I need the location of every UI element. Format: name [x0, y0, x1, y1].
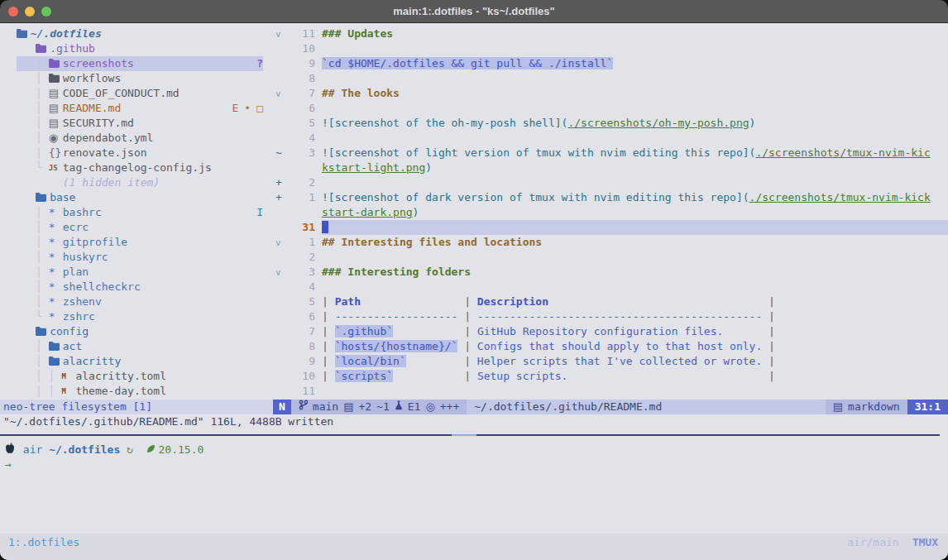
gutter-blank: [273, 56, 289, 71]
tree-item-renovate-json[interactable]: │ {}renovate.json: [0, 146, 273, 160]
fold-marker-icon: >: [273, 26, 289, 41]
tree-item-dependabot-yml[interactable]: │ ◉dependabot.yml: [0, 131, 273, 146]
tree-item-label: tag-changelog-config.js: [63, 160, 212, 175]
tree-item-zshenv[interactable]: │ *zshenv: [0, 294, 273, 309]
prompt-arrow[interactable]: →: [5, 457, 12, 472]
close-button-icon[interactable]: [8, 7, 18, 17]
tree-item-plan[interactable]: │ *plan: [0, 265, 273, 280]
line-content: kstart-light.png): [322, 160, 948, 175]
tree-guide: │: [3, 220, 49, 235]
prompt-hostname-text: air: [23, 443, 42, 457]
titlebar[interactable]: main:1:.dotfiles - "ks~/.dotfiles": [0, 0, 948, 23]
editor-line[interactable]: ~3![screenshot of light version of tmux …: [273, 146, 948, 160]
text-segment: |: [457, 370, 476, 382]
tmux-window-name[interactable]: 1:.dotfiles: [8, 536, 79, 548]
editor-line[interactable]: 10| `scripts` | Setup scripts. |: [273, 369, 948, 384]
editor-line[interactable]: 10: [273, 41, 948, 56]
tree-item-security-md[interactable]: │ ▤SECURITY.md: [0, 116, 273, 131]
line-number: 5: [289, 116, 315, 131]
flask-icon: [395, 400, 403, 414]
gutter-blank: [273, 131, 289, 146]
gutter-blank: [273, 101, 289, 116]
editor-line[interactable]: 8: [273, 71, 948, 86]
tree-item-screenshots[interactable]: │ screenshots?: [0, 56, 273, 71]
editor-line[interactable]: >1## Interesting files and locations: [273, 235, 948, 250]
tree-item-huskyrc[interactable]: │ *huskyrc: [0, 250, 273, 265]
line-number: 10: [289, 41, 315, 56]
tree-item-label: CODE_OF_CONDUCT.md: [63, 86, 180, 101]
line-number: 11: [289, 384, 315, 399]
editor-line[interactable]: kstart-light.png): [273, 160, 948, 175]
line-content: [322, 250, 948, 265]
text-segment: |: [322, 340, 335, 352]
tree-item-readme-md[interactable]: │ ▤README.mdE•□: [0, 101, 273, 116]
editor-line[interactable]: 8| `hosts/{hostname}/` | Configs that sh…: [273, 339, 948, 354]
tree-item-zshrc[interactable]: └ *zshrc: [0, 309, 273, 324]
editor-line[interactable]: 4: [273, 131, 948, 146]
rc-file-icon: *: [49, 220, 63, 235]
gutter-blank: [273, 220, 289, 235]
editor-line[interactable]: 9| `local/bin` | Helper scripts that I'v…: [273, 354, 948, 369]
git-sign: +: [273, 175, 289, 190]
gutter-blank: [273, 71, 289, 86]
editor-line[interactable]: 6: [273, 101, 948, 116]
text-segment: |: [762, 295, 775, 308]
editor-line[interactable]: 4: [273, 280, 948, 294]
editor-line[interactable]: 9`cd $HOME/.dotfiles && git pull && ./in…: [273, 56, 948, 71]
line-content: [322, 101, 948, 116]
editor-line[interactable]: start-dark.png): [273, 205, 948, 220]
line-content: | `scripts` | Setup scripts. |: [322, 369, 948, 384]
js-file-icon: JS: [49, 160, 63, 175]
tree-item-workflows[interactable]: │ workflows: [0, 71, 273, 86]
tree-guide: [3, 26, 17, 41]
editor-line[interactable]: >3### Interesting folders: [273, 265, 948, 280]
line-number: 4: [289, 280, 315, 294]
tmux-pane-divider[interactable]: [0, 434, 940, 436]
tree-item-base[interactable]: base: [0, 190, 273, 205]
line-number: 6: [289, 309, 315, 324]
editor-line[interactable]: 31: [273, 220, 948, 235]
tree-item-ecrc[interactable]: │ *ecrc: [0, 220, 273, 235]
tree-item-config[interactable]: config: [0, 324, 273, 339]
tree-item-tag-changelog-config-js[interactable]: └ JStag-changelog-config.js: [0, 160, 273, 175]
editor-line[interactable]: 2: [273, 250, 948, 265]
text-segment: |: [457, 340, 476, 352]
line-content: | ------------------- | ----------------…: [322, 309, 948, 324]
editor-line[interactable]: +1![screenshot of dark version of tmux w…: [273, 190, 948, 205]
editor-line[interactable]: 7| `.github` | GitHub Repository configu…: [273, 324, 948, 339]
tree-item-theme-day-toml[interactable]: │ │ Mtheme-day.toml: [0, 384, 273, 399]
editor-line[interactable]: >7## The looks: [273, 86, 948, 101]
text-segment: ): [425, 161, 432, 174]
tree-item-label: (1 hidden item): [63, 175, 160, 190]
tree-item-gitprofile[interactable]: │ *gitprofile: [0, 235, 273, 250]
text-segment: |: [322, 370, 335, 382]
tree-item-code-of-conduct-md[interactable]: │ ▤CODE_OF_CONDUCT.md: [0, 86, 273, 101]
tree-item-alacritty[interactable]: │ alacritty: [0, 354, 273, 369]
editor-line[interactable]: >11### Updates: [273, 26, 948, 41]
minimize-button-icon[interactable]: [25, 7, 35, 17]
tree-item-act[interactable]: │ act: [0, 339, 273, 354]
gutter-blank: [273, 205, 289, 220]
tree-item--1-hidden-item-[interactable]: (1 hidden item): [0, 175, 273, 190]
text-segment: [548, 295, 762, 308]
markdown-link: ./screenshots/tmux-nvim-kick: [749, 191, 931, 203]
editor-line[interactable]: 11: [273, 384, 948, 399]
text-segment: ): [749, 117, 756, 129]
maximize-button-icon[interactable]: [41, 7, 51, 17]
tree-item-bashrc[interactable]: │ *bashrcI: [0, 205, 273, 220]
folder-icon: [49, 339, 63, 354]
editor-line[interactable]: +2: [273, 175, 948, 190]
tree-item-alacritty-toml[interactable]: │ │ Malacritty.toml: [0, 369, 273, 384]
editor-buffer: >11### Updates109`cd $HOME/.dotfiles && …: [273, 26, 948, 399]
chevron-down-icon: >: [271, 92, 285, 98]
editor-line[interactable]: 5![screenshot of the oh-my-posh shell](.…: [273, 116, 948, 131]
tree-item-shellcheckrc[interactable]: │ *shellcheckrc: [0, 280, 273, 294]
tree-item-label: gitprofile: [63, 235, 127, 250]
folder-icon: [36, 41, 50, 56]
editor-line[interactable]: 6| ------------------- | ---------------…: [273, 309, 948, 324]
text-segment: -------------------: [335, 310, 458, 323]
editor-line[interactable]: 5| Path | Description |: [273, 294, 948, 309]
text-segment: [361, 295, 457, 308]
tree-item--dotfiles[interactable]: ~/.dotfiles: [0, 26, 273, 41]
tree-item--github[interactable]: .github: [0, 41, 273, 56]
